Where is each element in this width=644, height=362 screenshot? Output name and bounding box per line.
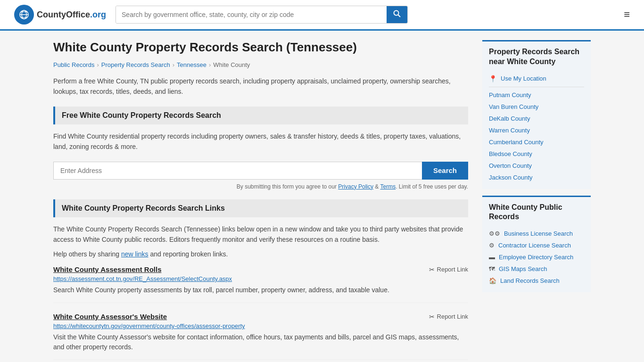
land-records-icon: 🏠: [489, 277, 496, 284]
land-records-label: Land Records Search: [500, 277, 560, 284]
breadcrumb-white-county: White County: [213, 61, 250, 68]
logo[interactable]: CountyOffice.org: [14, 5, 106, 25]
sidebar-dekalb-label: DeKalb County: [489, 115, 530, 122]
business-license-label: Business License Search: [504, 230, 573, 237]
link-item-header-2: White County Assessor's Website ✂ Report…: [53, 313, 468, 321]
breadcrumb-property-records-search[interactable]: Property Records Search: [101, 61, 170, 68]
content-area: White County Property Records Search (Te…: [53, 40, 468, 362]
free-search-heading: Free White County Property Records Searc…: [53, 107, 468, 124]
limit-text: Limit of 5 free uses per day.: [399, 183, 468, 190]
scissors-icon-1: ✂: [429, 266, 435, 273]
svg-line-7: [398, 15, 401, 17]
breadcrumb-sep-3: ›: [209, 61, 211, 68]
terms-link[interactable]: Terms: [380, 183, 396, 190]
link-desc-2: Visit the White County Assessor's websit…: [53, 332, 468, 352]
share-text: Help others by sharing new links and rep…: [53, 250, 468, 258]
employee-directory-label: Employee Directory Search: [499, 254, 573, 261]
new-links-link[interactable]: new links: [121, 250, 149, 258]
sidebar-putnam-label: Putnam County: [489, 91, 531, 99]
link-desc-1: Search White County property assessments…: [53, 285, 468, 295]
free-search-description: Find White County residential property r…: [53, 131, 468, 152]
address-search-button[interactable]: Search: [422, 162, 468, 180]
contractor-license-icon: ⚙: [489, 242, 495, 249]
hamburger-menu-button[interactable]: ≡: [624, 8, 630, 21]
link-url-1[interactable]: https://assessment.cot.tn.gov/RE_Assessm…: [53, 275, 468, 282]
sidebar-warren-county[interactable]: Warren County: [489, 124, 584, 136]
breadcrumb-sep-1: ›: [97, 61, 99, 68]
business-license-search-link[interactable]: ⚙⚙ Business License Search: [489, 228, 584, 239]
sidebar-van-buren-label: Van Buren County: [489, 103, 538, 110]
sidebar-putnam-county[interactable]: Putnam County: [489, 89, 584, 101]
nearby-counties-section: Property Records Search near White Count…: [482, 40, 591, 189]
report-link-text-2: Report Link: [437, 313, 468, 320]
global-search-button[interactable]: [387, 6, 407, 23]
sidebar-jackson-county[interactable]: Jackson County: [489, 172, 584, 183]
sidebar-bledsoe-label: Bledsoe County: [489, 150, 532, 157]
disclaimer-text: By submitting this form you agree to our: [237, 183, 337, 190]
use-my-location-link[interactable]: 📍 Use My Location: [489, 73, 584, 85]
use-my-location-text: Use My Location: [501, 75, 546, 82]
gis-maps-label: GIS Maps Search: [499, 265, 547, 272]
employee-directory-search-link[interactable]: ▬ Employee Directory Search: [489, 251, 584, 263]
report-link-btn-2[interactable]: ✂ Report Link: [429, 313, 468, 321]
header: CountyOffice.org ≡: [0, 0, 644, 31]
sidebar-bledsoe-county[interactable]: Bledsoe County: [489, 148, 584, 160]
global-search-bar: [116, 6, 408, 24]
sidebar-overton-county[interactable]: Overton County: [489, 160, 584, 172]
sidebar-jackson-label: Jackson County: [489, 174, 533, 181]
sidebar-divider-1: [489, 87, 584, 87]
svg-point-6: [394, 11, 399, 16]
contractor-license-search-link[interactable]: ⚙ Contractor License Search: [489, 239, 584, 251]
public-records-section: White County Public Records ⚙⚙ Business …: [482, 196, 591, 293]
links-section: White County Property Records Search Lin…: [53, 199, 468, 361]
sidebar: Property Records Search near White Count…: [482, 40, 591, 362]
sidebar-warren-label: Warren County: [489, 127, 530, 134]
links-section-heading: White County Property Records Search Lin…: [53, 199, 468, 217]
nearby-section-title: Property Records Search near White Count…: [489, 47, 584, 67]
link-url-2[interactable]: https://whitecountytn.gov/government/cou…: [53, 322, 468, 329]
breadcrumb-public-records[interactable]: Public Records: [53, 61, 94, 68]
employee-directory-icon: ▬: [489, 254, 495, 261]
gis-maps-icon: 🗺: [489, 265, 495, 272]
form-disclaimer: By submitting this form you agree to our…: [53, 183, 468, 190]
sidebar-dekalb-county[interactable]: DeKalb County: [489, 113, 584, 124]
report-link-btn-1[interactable]: ✂ Report Link: [429, 266, 468, 273]
report-link-text-1: Report Link: [437, 266, 468, 273]
link-title-assessor-website[interactable]: White County Assessor's Website: [53, 313, 167, 321]
sidebar-van-buren-county[interactable]: Van Buren County: [489, 101, 584, 113]
page-description: Perform a free White County, TN public p…: [53, 76, 468, 97]
link-title-assessment-rolls[interactable]: White County Assessment Rolls: [53, 265, 161, 273]
main-container: White County Property Records Search (Te…: [39, 31, 605, 362]
sidebar-cumberland-label: Cumberland County: [489, 139, 544, 146]
link-item-assessor-website: White County Assessor's Website ✂ Report…: [53, 313, 468, 360]
address-input[interactable]: [53, 162, 422, 180]
location-icon: 📍: [489, 75, 497, 82]
logo-icon: [14, 5, 34, 25]
scissors-icon-2: ✂: [429, 313, 435, 321]
sidebar-cumberland-county[interactable]: Cumberland County: [489, 136, 584, 148]
logo-text: CountyOffice.org: [37, 10, 106, 20]
link-item-assessment-rolls: White County Assessment Rolls ✂ Report L…: [53, 265, 468, 303]
address-search-form: Search: [53, 162, 468, 180]
business-license-icon: ⚙⚙: [489, 230, 500, 237]
links-section-description: The White County Property Records Search…: [53, 224, 468, 245]
breadcrumb: Public Records › Property Records Search…: [53, 61, 468, 68]
privacy-policy-link[interactable]: Privacy Policy: [338, 183, 373, 190]
sidebar-overton-label: Overton County: [489, 162, 532, 169]
breadcrumb-tennessee[interactable]: Tennessee: [177, 61, 206, 68]
breadcrumb-sep-2: ›: [173, 61, 174, 68]
contractor-license-label: Contractor License Search: [498, 242, 571, 249]
global-search-input[interactable]: [116, 6, 387, 23]
gis-maps-search-link[interactable]: 🗺 GIS Maps Search: [489, 263, 584, 275]
page-title: White County Property Records Search (Te…: [53, 40, 468, 55]
land-records-search-link[interactable]: 🏠 Land Records Search: [489, 275, 584, 287]
public-records-title: White County Public Records: [489, 203, 584, 222]
link-item-header-1: White County Assessment Rolls ✂ Report L…: [53, 265, 468, 273]
